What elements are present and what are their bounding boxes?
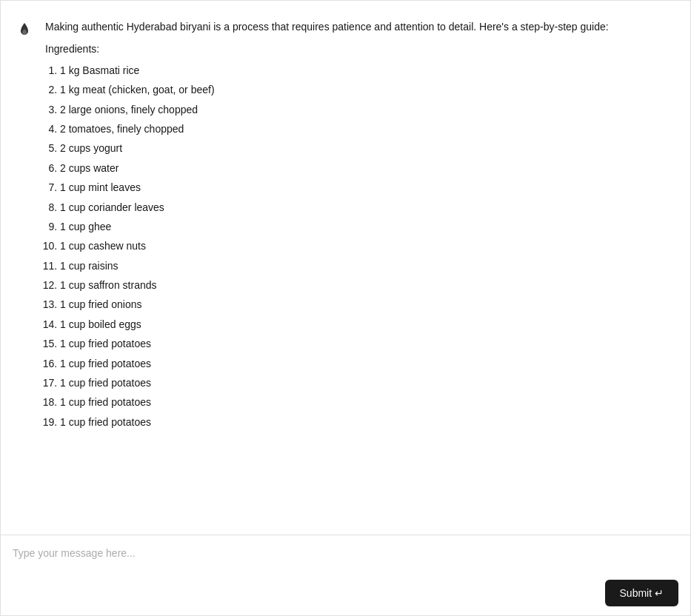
messages-area[interactable]: Making authentic Hyderabad biryani is a …	[1, 1, 690, 535]
submit-button[interactable]: Submit ↵	[605, 580, 678, 606]
list-item: 2 tomatoes, finely chopped	[60, 119, 678, 138]
list-item: 1 cup fried potatoes	[60, 412, 678, 432]
chat-container: Making authentic Hyderabad biryani is a …	[0, 0, 691, 616]
intro-text: Making authentic Hyderabad biryani is a …	[45, 19, 678, 35]
list-item: 1 cup fried onions	[60, 295, 678, 314]
flame-icon	[16, 21, 33, 39]
list-item: 1 cup coriander leaves	[60, 198, 678, 217]
input-bottom-row: Submit ↵	[13, 580, 678, 606]
message-content: Making authentic Hyderabad biryani is a …	[45, 19, 678, 432]
list-item: 1 cup fried potatoes	[60, 373, 678, 392]
message-input[interactable]	[13, 544, 678, 574]
input-area: Submit ↵	[1, 535, 690, 615]
ingredients-list: 1 kg Basmati rice1 kg meat (chicken, goa…	[45, 61, 678, 432]
list-item: 2 large onions, finely chopped	[60, 100, 678, 119]
list-item: 1 cup cashew nuts	[60, 236, 678, 255]
list-item: 1 cup ghee	[60, 217, 678, 236]
list-item: 1 cup saffron strands	[60, 275, 678, 295]
list-item: 1 cup boiled eggs	[60, 315, 678, 334]
list-item: 2 cups yogurt	[60, 138, 678, 158]
message-row: Making authentic Hyderabad biryani is a …	[1, 13, 690, 438]
list-item: 1 kg meat (chicken, goat, or beef)	[60, 80, 678, 99]
list-item: 1 cup fried potatoes	[60, 392, 678, 412]
avatar	[13, 19, 36, 42]
list-item: 1 cup mint leaves	[60, 178, 678, 197]
list-item: 1 cup fried potatoes	[60, 354, 678, 373]
list-item: 1 cup fried potatoes	[60, 334, 678, 353]
list-item: 1 kg Basmati rice	[60, 61, 678, 80]
list-item: 1 cup raisins	[60, 256, 678, 275]
ingredients-label: Ingredients:	[45, 41, 678, 57]
list-item: 2 cups water	[60, 158, 678, 178]
